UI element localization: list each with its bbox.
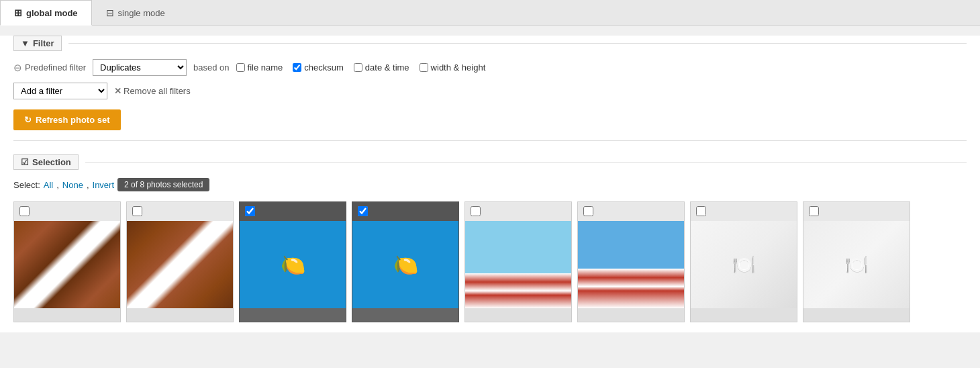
- predefined-label-text: Predefined filter: [25, 62, 86, 73]
- photo-1-checkbox[interactable]: [19, 206, 30, 216]
- predefined-filter-select[interactable]: Duplicates All photos Recent: [93, 59, 187, 76]
- select-row: Select: All, None, Invert 2 of 8 photos …: [13, 178, 967, 191]
- photo-item-3: 🍋: [239, 201, 346, 322]
- photo-5-bottom: [465, 308, 571, 322]
- selected-count-badge: 2 of 8 photos selected: [117, 178, 209, 191]
- photo-3-checkbox-area[interactable]: [245, 206, 255, 218]
- selection-section-header: ☑ Selection: [13, 154, 967, 170]
- dimensions-label: width & height: [431, 62, 486, 73]
- photo-3-checkbox[interactable]: [245, 206, 255, 216]
- predefined-label: ⊖ Predefined filter: [13, 62, 86, 74]
- photo-8-checkbox[interactable]: [809, 206, 819, 216]
- photo-4-checkbox-area[interactable]: [358, 206, 368, 218]
- selection-section-title: ☑ Selection: [13, 154, 79, 170]
- select-all-link[interactable]: All: [44, 180, 53, 190]
- photo-1-bottom: [14, 308, 120, 322]
- photo-item-6: [577, 201, 685, 322]
- datetime-checkbox[interactable]: [354, 63, 362, 72]
- filter-section-header: ▼ Filter: [13, 36, 967, 51]
- tab-global-mode[interactable]: ⊞ global mode: [0, 0, 92, 26]
- selection-title-text: Selection: [32, 157, 71, 167]
- tab-single-mode[interactable]: ⊟ single mode: [92, 0, 179, 25]
- remove-all-filters-button[interactable]: ✕ Remove all filters: [114, 86, 191, 96]
- photo-4-checkbox[interactable]: [358, 206, 368, 216]
- photo-4-bottom: [352, 308, 458, 322]
- remove-filter-icon[interactable]: ⊖: [13, 62, 22, 74]
- photo-7-checkbox[interactable]: [696, 206, 706, 216]
- photo-5-checkbox[interactable]: [471, 206, 481, 216]
- photo-6-image[interactable]: [578, 221, 684, 308]
- photo-item-7: 🍽️: [690, 201, 797, 322]
- single-icon: ⊟: [106, 7, 114, 18]
- photo-3-bottom: [240, 308, 346, 322]
- photo-2-checkbox-area[interactable]: [132, 206, 142, 218]
- refresh-icon: ↻: [24, 115, 32, 125]
- photo-7-image[interactable]: 🍽️: [691, 221, 797, 308]
- datetime-label: date & time: [365, 62, 409, 73]
- grid-icon: ⊞: [14, 7, 22, 18]
- filename-checkbox-label[interactable]: file name: [236, 62, 283, 73]
- photo-2-bottom: [127, 308, 233, 322]
- photo-item-1: [13, 201, 121, 322]
- photo-1-image[interactable]: [14, 221, 120, 308]
- datetime-checkbox-label[interactable]: date & time: [354, 62, 409, 73]
- photo-item-8: 🍽️: [803, 201, 910, 322]
- selection-section: ☑ Selection Select: All, None, Invert 2 …: [13, 154, 967, 191]
- filter-title-text: Filter: [33, 38, 54, 48]
- select-label: Select:: [13, 180, 40, 190]
- photo-1-checkbox-area[interactable]: [19, 206, 30, 218]
- photo-7-bottom: [691, 308, 797, 322]
- tab-single-label: single mode: [118, 8, 165, 18]
- tab-global-label: global mode: [26, 8, 78, 18]
- filter-section-title: ▼ Filter: [13, 36, 62, 51]
- photo-6-checkbox[interactable]: [583, 206, 593, 216]
- dimensions-checkbox[interactable]: [420, 63, 428, 72]
- x-icon: ✕: [114, 86, 121, 96]
- tab-bar: ⊞ global mode ⊟ single mode: [0, 0, 980, 26]
- select-none-link[interactable]: None: [62, 180, 83, 190]
- add-filter-row: Add a filter ✕ Remove all filters: [13, 83, 967, 99]
- dimensions-checkbox-label[interactable]: width & height: [420, 62, 486, 73]
- photo-6-checkbox-area[interactable]: [583, 206, 593, 218]
- photo-item-2: [126, 201, 234, 322]
- based-on-checkboxes: file name checksum date & time width & h…: [236, 62, 486, 73]
- photo-5-checkbox-area[interactable]: [471, 206, 481, 218]
- predefined-filter-row: ⊖ Predefined filter Duplicates All photo…: [13, 59, 967, 76]
- based-on-label: based on: [193, 62, 230, 73]
- photo-2-checkbox[interactable]: [132, 206, 142, 216]
- photo-2-image[interactable]: [127, 221, 233, 308]
- photo-item-4: 🍋: [352, 201, 459, 322]
- refresh-photo-set-button[interactable]: ↻ Refresh photo set: [13, 109, 121, 130]
- photo-4-image[interactable]: 🍋: [352, 221, 458, 308]
- photo-3-image[interactable]: 🍋: [240, 221, 346, 308]
- filter-section: ▼ Filter ⊖ Predefined filter Duplicates …: [13, 36, 967, 130]
- photo-6-bottom: [578, 308, 684, 322]
- photo-grid: 🍋 🍋: [0, 201, 980, 332]
- filename-checkbox[interactable]: [236, 63, 245, 72]
- photo-item-5: [464, 201, 572, 322]
- filter-icon: ▼: [21, 38, 30, 48]
- main-content: ▼ Filter ⊖ Predefined filter Duplicates …: [0, 36, 980, 332]
- photo-5-image[interactable]: [465, 221, 571, 308]
- photo-8-image[interactable]: 🍽️: [803, 221, 910, 308]
- photo-8-checkbox-area[interactable]: [809, 206, 819, 218]
- filename-label: file name: [248, 62, 283, 73]
- checksum-label: checksum: [304, 62, 344, 73]
- photo-7-checkbox-area[interactable]: [696, 206, 706, 218]
- checksum-checkbox[interactable]: [293, 63, 301, 72]
- divider: [13, 140, 967, 141]
- checksum-checkbox-label[interactable]: checksum: [293, 62, 344, 73]
- photo-8-bottom: [803, 308, 910, 322]
- remove-all-label: Remove all filters: [124, 86, 191, 96]
- refresh-button-label: Refresh photo set: [36, 115, 110, 125]
- selection-check-icon: ☑: [21, 157, 29, 167]
- add-filter-select[interactable]: Add a filter: [13, 83, 107, 99]
- select-invert-link[interactable]: Invert: [93, 180, 115, 190]
